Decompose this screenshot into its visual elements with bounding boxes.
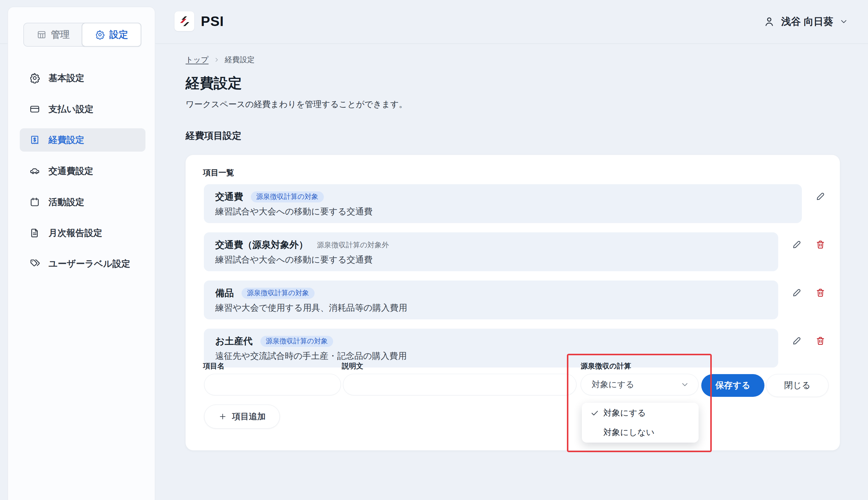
brand-logo-icon	[175, 11, 194, 31]
item-name: お土産代	[215, 335, 253, 348]
dropdown-option-target[interactable]: 対象にする	[582, 403, 699, 422]
expense-item-row: 交通費 源泉徴収計算の対象 練習試合や大会への移動に要する交通費	[204, 184, 825, 223]
credit-card-icon	[29, 104, 40, 115]
add-item-label: 項目追加	[232, 411, 266, 422]
expense-item-row: お土産代 源泉徴収計算の対象 遠征先や交流試合時の手土産・記念品の購入費用	[204, 329, 825, 367]
item-description-label: 説明文	[342, 361, 363, 371]
grid-icon	[37, 30, 46, 39]
pencil-icon	[792, 288, 802, 298]
item-description: 練習試合や大会への移動に要する交通費	[215, 254, 767, 266]
item-description: 練習試合や大会への移動に要する交通費	[215, 206, 790, 218]
tab-settings[interactable]: 設定	[82, 23, 141, 47]
dropdown-option-not-target[interactable]: 対象にしない	[582, 422, 699, 442]
chevron-down-icon	[680, 380, 689, 389]
edit-item-button[interactable]	[792, 288, 802, 298]
edit-item-button[interactable]	[792, 336, 802, 346]
edit-item-button[interactable]	[792, 240, 802, 250]
calendar-icon	[29, 197, 40, 207]
sidebar: 管理 設定 基本設定 支払い設定 経費設定 交通費設定 活動設定 月次報告設定 …	[8, 7, 155, 500]
withholding-badge: 源泉徴収計算の対象	[251, 191, 324, 203]
withholding-select-value: 対象にする	[592, 379, 680, 390]
page-title: 経費設定	[186, 74, 242, 93]
expense-item: 備品 源泉徴収計算の対象 練習や大会で使用する用具、消耗品等の購入費用	[204, 281, 778, 319]
car-icon	[29, 166, 40, 177]
withholding-dropdown-menu: 対象にする 対象にしない	[582, 403, 699, 443]
withholding-badge: 源泉徴収計算の対象	[260, 336, 333, 347]
sidebar-item-label: 経費設定	[48, 134, 85, 146]
tab-settings-label: 設定	[110, 29, 128, 41]
dropdown-option-label: 対象にしない	[603, 427, 655, 438]
pencil-icon	[792, 336, 802, 346]
expense-item: 交通費（源泉対象外） 源泉徴収計算の対象外 練習試合や大会への移動に要する交通費	[204, 232, 778, 271]
sidebar-item-user-label-settings[interactable]: ユーザーラベル設定	[20, 252, 145, 275]
withholding-select[interactable]: 対象にする	[581, 374, 699, 395]
tab-management[interactable]: 管理	[24, 23, 82, 46]
sidebar-item-monthly-report-settings[interactable]: 月次報告設定	[20, 221, 145, 245]
pencil-icon	[792, 240, 802, 250]
document-icon	[29, 228, 40, 238]
item-name: 交通費（源泉対象外）	[215, 239, 308, 251]
sidebar-item-activity-settings[interactable]: 活動設定	[20, 191, 145, 214]
expense-items-card: 項目一覧 交通費 源泉徴収計算の対象 練習試合や大会への移動に要する交通費 交通…	[186, 155, 840, 450]
trash-icon	[815, 288, 825, 298]
dropdown-option-label: 対象にする	[603, 407, 646, 419]
sidebar-item-transport-settings[interactable]: 交通費設定	[20, 159, 145, 183]
sidebar-item-basic-settings[interactable]: 基本設定	[20, 66, 145, 90]
sidebar-item-label: 基本設定	[48, 72, 85, 84]
mode-toggle: 管理 設定	[23, 23, 141, 47]
expense-item-row: 備品 源泉徴収計算の対象 練習や大会で使用する用具、消耗品等の購入費用	[204, 281, 825, 319]
item-description: 練習や大会で使用する用具、消耗品等の購入費用	[215, 302, 767, 314]
item-name: 交通費	[215, 191, 243, 203]
sidebar-item-label: 月次報告設定	[48, 227, 102, 239]
sidebar-item-label: 活動設定	[48, 196, 85, 208]
chevron-down-icon	[839, 17, 848, 26]
save-button[interactable]: 保存する	[701, 374, 765, 397]
delete-item-button[interactable]	[815, 336, 825, 346]
expense-item: 交通費 源泉徴収計算の対象 練習試合や大会への移動に要する交通費	[204, 184, 802, 223]
withholding-badge: 源泉徴収計算の対象	[242, 288, 314, 299]
user-name: 浅谷 向日葵	[781, 15, 833, 29]
plus-icon	[219, 412, 227, 421]
chevron-right-icon	[213, 57, 220, 63]
section-title: 経費項目設定	[186, 129, 241, 142]
trash-icon	[815, 336, 825, 346]
sidebar-item-payment-settings[interactable]: 支払い設定	[20, 98, 145, 121]
edit-item-button[interactable]	[815, 191, 825, 202]
trash-icon	[815, 240, 825, 250]
expense-item-row: 交通費（源泉対象外） 源泉徴収計算の対象外 練習試合や大会への移動に要する交通費	[204, 232, 825, 271]
expense-items-list: 交通費 源泉徴収計算の対象 練習試合や大会への移動に要する交通費 交通費（源泉対…	[204, 184, 825, 367]
withholding-calc-label: 源泉徴収の計算	[581, 361, 631, 371]
user-icon	[763, 15, 775, 27]
withholding-label-plain: 源泉徴収計算の対象外	[317, 240, 389, 250]
receipt-icon	[29, 135, 40, 145]
sidebar-item-expense-settings[interactable]: 経費設定	[20, 128, 145, 152]
breadcrumb-home-link[interactable]: トップ	[186, 55, 209, 65]
user-menu[interactable]: 浅谷 向日葵	[763, 11, 848, 32]
gear-icon	[95, 30, 105, 39]
list-label: 項目一覧	[203, 168, 234, 178]
item-name: 備品	[215, 287, 234, 299]
tab-management-label: 管理	[51, 29, 70, 41]
close-button[interactable]: 閉じる	[766, 374, 828, 397]
brand-name: PSI	[201, 13, 224, 29]
delete-item-button[interactable]	[815, 288, 825, 298]
tag-icon	[29, 258, 40, 269]
delete-item-button[interactable]	[815, 240, 825, 250]
sidebar-item-label: 支払い設定	[48, 103, 94, 115]
add-item-button[interactable]: 項目追加	[204, 405, 280, 429]
page-description: ワークスペースの経費まわりを管理することができます。	[186, 99, 407, 110]
gear-icon	[29, 73, 40, 83]
item-description: 遠征先や交流試合時の手土産・記念品の購入費用	[215, 350, 767, 362]
sidebar-item-label: ユーザーラベル設定	[48, 258, 131, 270]
item-name-input[interactable]	[204, 374, 341, 395]
expense-item: お土産代 源泉徴収計算の対象 遠征先や交流試合時の手土産・記念品の購入費用	[204, 329, 778, 367]
breadcrumb: トップ 経費設定	[186, 55, 255, 65]
pencil-icon	[815, 191, 825, 202]
logo-link[interactable]: PSI	[175, 11, 224, 31]
check-icon	[590, 409, 599, 418]
sidebar-item-label: 交通費設定	[48, 165, 93, 177]
item-description-input[interactable]	[343, 374, 577, 395]
item-name-label: 項目名	[203, 361, 224, 371]
breadcrumb-current: 経費設定	[225, 55, 255, 65]
